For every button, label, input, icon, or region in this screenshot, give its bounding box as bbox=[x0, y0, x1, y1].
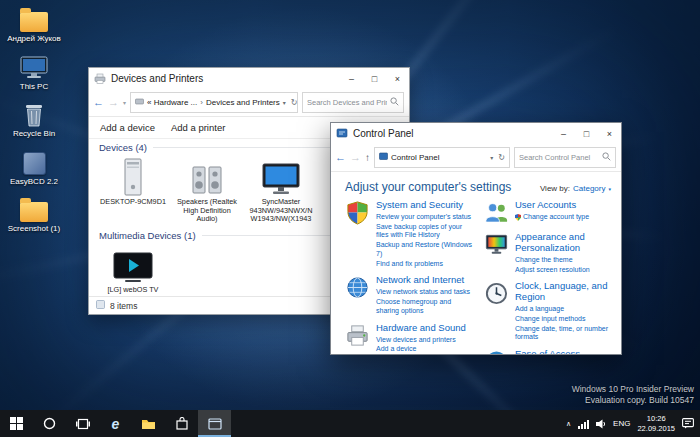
refresh-icon[interactable]: ↻ bbox=[291, 98, 298, 107]
devices-search-input[interactable]: Search Devices and Printers bbox=[302, 92, 404, 113]
breadcrumb-current[interactable]: Devices and Printers bbox=[206, 98, 280, 107]
category-link[interactable]: Change input methods bbox=[515, 315, 613, 324]
desktop-icon-this-pc[interactable]: This PC bbox=[2, 53, 66, 92]
group-label: Devices (4) bbox=[99, 142, 147, 153]
link-text: Backup and Restore (Windows 7) bbox=[376, 241, 474, 259]
forward-button[interactable]: → bbox=[350, 152, 361, 163]
address-bar-buttons: ▾ ↻ bbox=[283, 98, 298, 107]
cortana-circle-icon bbox=[43, 417, 56, 430]
address-dropdown-icon[interactable]: ▾ bbox=[490, 154, 493, 161]
add-printer-button[interactable]: Add a printer bbox=[171, 122, 225, 133]
printer-window-icon bbox=[94, 70, 106, 88]
history-dropdown-icon[interactable]: ▾ bbox=[123, 100, 126, 106]
device-item-monitor[interactable]: SyncMaster 943NW/943NWX/NW1943/NW(X1943 bbox=[247, 156, 315, 224]
category-clock-language-region: Clock, Language, and Region Add a langua… bbox=[484, 281, 613, 342]
address-bar[interactable]: « Hardware ... › Devices and Printers ▾ … bbox=[130, 92, 298, 113]
status-item-count: 8 items bbox=[110, 301, 137, 311]
forward-button[interactable]: → bbox=[108, 97, 119, 108]
chevron-down-icon[interactable]: ▾ bbox=[608, 186, 611, 192]
control-panel-header: Adjust your computer's settings View by:… bbox=[331, 172, 621, 198]
display-personalization-icon bbox=[484, 232, 509, 257]
category-columns: System and Security Review your computer… bbox=[331, 198, 621, 354]
view-by-label: View by: bbox=[540, 184, 570, 193]
store-taskbar-button[interactable] bbox=[165, 410, 198, 437]
search-placeholder: Search Devices and Printers bbox=[307, 98, 387, 107]
speakers-icon bbox=[173, 156, 241, 196]
window-title: Control Panel bbox=[353, 128, 414, 139]
close-button[interactable]: × bbox=[598, 123, 621, 144]
link-text: Change account type bbox=[523, 213, 589, 222]
link-text: Change input methods bbox=[515, 315, 585, 324]
control-panel-search-input[interactable]: Search Control Panel bbox=[514, 147, 616, 168]
device-item-webos-tv[interactable]: [LG] webOS TV bbox=[99, 244, 167, 295]
control-panel-taskbar-button[interactable] bbox=[198, 410, 231, 437]
refresh-icon[interactable]: ↻ bbox=[498, 153, 505, 162]
category-link[interactable]: Review your computer's status bbox=[376, 213, 474, 222]
device-item-label: [LG] webOS TV bbox=[99, 286, 167, 295]
edge-taskbar-button[interactable]: e bbox=[99, 410, 132, 437]
category-link[interactable]: View network status and tasks bbox=[376, 288, 474, 297]
task-view-button[interactable] bbox=[66, 410, 99, 437]
control-panel-body: Adjust your computer's settings View by:… bbox=[331, 172, 621, 354]
control-panel-titlebar[interactable]: Control Panel – □ × bbox=[331, 123, 621, 144]
volume-icon[interactable] bbox=[596, 415, 606, 433]
start-button[interactable] bbox=[0, 410, 33, 437]
desktop-icon-recycle-bin[interactable]: Recycle Bin bbox=[2, 100, 66, 139]
back-button[interactable]: ← bbox=[335, 152, 346, 163]
network-icon[interactable] bbox=[578, 415, 589, 433]
cortana-search-button[interactable] bbox=[33, 410, 66, 437]
category-link[interactable]: Choose homegroup and sharing options bbox=[376, 298, 474, 316]
language-indicator[interactable]: ENG bbox=[613, 419, 630, 428]
action-center-icon[interactable] bbox=[682, 415, 694, 433]
category-title[interactable]: Hardware and Sound bbox=[376, 323, 466, 334]
category-link[interactable]: Adjust screen resolution bbox=[515, 266, 613, 275]
desktop-icon-user-folder[interactable]: Андрей Жуков bbox=[2, 5, 66, 44]
minimize-button[interactable]: – bbox=[340, 68, 363, 89]
file-explorer-taskbar-button[interactable] bbox=[132, 410, 165, 437]
devices-titlebar[interactable]: Devices and Printers – □ × bbox=[89, 68, 409, 89]
category-system-and-security: System and Security Review your computer… bbox=[345, 200, 474, 268]
category-text: User Accounts Change account type bbox=[515, 200, 589, 225]
insider-watermark: Windows 10 Pro Insider Preview Evaluatio… bbox=[572, 384, 694, 406]
show-hidden-icons-chevron[interactable]: ∧ bbox=[566, 420, 571, 428]
category-link[interactable]: Find and fix problems bbox=[376, 260, 474, 269]
tv-icon bbox=[99, 244, 167, 284]
clock[interactable]: 10:26 22.09.2015 bbox=[637, 414, 675, 433]
link-text: Find and fix problems bbox=[376, 260, 443, 269]
network-globe-icon bbox=[345, 275, 370, 300]
desktop-icon-screenshot-folder[interactable]: Screenshot (1) bbox=[2, 195, 66, 234]
up-button[interactable]: ↑ bbox=[365, 153, 370, 163]
category-link[interactable]: Change the theme bbox=[515, 256, 613, 265]
category-link[interactable]: View devices and printers bbox=[376, 336, 466, 345]
category-link[interactable]: Change account type bbox=[515, 213, 589, 222]
back-button[interactable]: ← bbox=[93, 97, 104, 108]
category-title[interactable]: System and Security bbox=[376, 200, 474, 211]
category-link[interactable]: Add a device bbox=[376, 345, 466, 354]
device-item-speakers[interactable]: Speakers (Realtek High Definition Audio) bbox=[173, 156, 241, 224]
category-link[interactable]: Backup and Restore (Windows 7) bbox=[376, 241, 474, 259]
store-bag-icon bbox=[176, 417, 188, 430]
category-title[interactable]: User Accounts bbox=[515, 200, 589, 211]
category-title[interactable]: Network and Internet bbox=[376, 275, 474, 286]
add-device-button[interactable]: Add a device bbox=[100, 122, 155, 133]
maximize-button[interactable]: □ bbox=[575, 123, 598, 144]
category-title[interactable]: Appearance and Personalization bbox=[515, 232, 613, 254]
category-title[interactable]: Ease of Access bbox=[515, 349, 608, 354]
category-link[interactable]: Change date, time, or number formats bbox=[515, 325, 613, 343]
category-link[interactable]: Add a language bbox=[515, 305, 613, 314]
breadcrumb-current[interactable]: Control Panel bbox=[391, 153, 439, 162]
clock-date: 22.09.2015 bbox=[637, 424, 675, 433]
close-button[interactable]: × bbox=[386, 68, 409, 89]
windows-logo-icon bbox=[10, 417, 23, 430]
maximize-button[interactable]: □ bbox=[363, 68, 386, 89]
desktop-icon-column: Андрей Жуков This PC Recycle Bin EasyBCD… bbox=[2, 5, 66, 234]
desktop-icon-easybcd[interactable]: EasyBCD 2.2 bbox=[2, 148, 66, 187]
category-link[interactable]: Save backup copies of your files with Fi… bbox=[376, 223, 474, 241]
category-title[interactable]: Clock, Language, and Region bbox=[515, 281, 613, 303]
device-item-desktop[interactable]: DESKTOP-9CM9D1 bbox=[99, 156, 167, 207]
breadcrumb-collapsed[interactable]: « Hardware ... bbox=[147, 98, 197, 107]
view-by-dropdown[interactable]: Category bbox=[573, 184, 605, 193]
minimize-button[interactable]: – bbox=[552, 123, 575, 144]
address-bar[interactable]: Control Panel ▾ ↻ bbox=[374, 147, 510, 168]
address-dropdown-icon[interactable]: ▾ bbox=[283, 99, 286, 106]
